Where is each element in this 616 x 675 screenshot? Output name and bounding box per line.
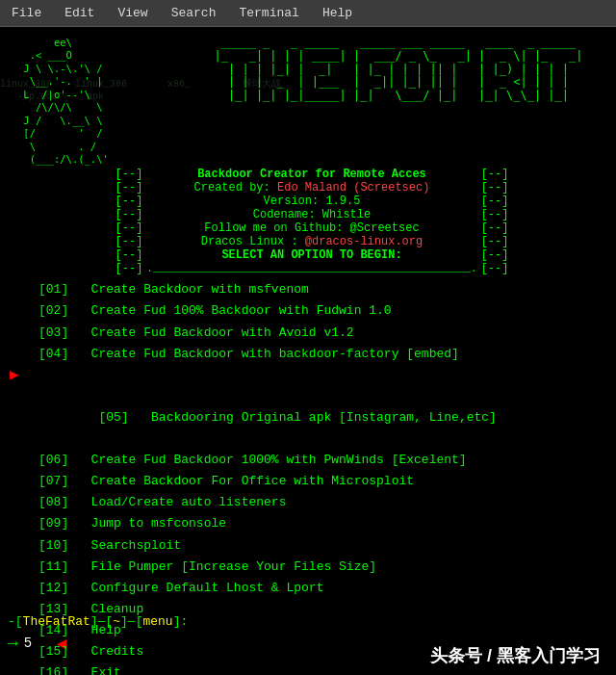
version-label: Version: bbox=[264, 195, 320, 208]
info-row-select: [--] SELECT AN OPTION TO BEGIN: [--] bbox=[116, 248, 509, 262]
info-row-title: [--] Backdoor Creator for Remote Acces [… bbox=[116, 168, 509, 181]
menu-terminal[interactable]: Terminal bbox=[235, 4, 302, 22]
menu-item-09[interactable]: [09] Jump to msfconsole bbox=[38, 513, 616, 534]
menu-edit[interactable]: Edit bbox=[61, 4, 98, 22]
codename-label: Codename: bbox=[253, 208, 316, 221]
created-by-value: Edo Maland (Screetsec) bbox=[277, 181, 429, 195]
dracos-label: Dracos Linux : bbox=[201, 235, 298, 248]
follow-label: Follow me on Github: bbox=[204, 221, 343, 235]
watermark-text: 头条号 / 黑客入门学习 bbox=[430, 646, 601, 665]
menu-search[interactable]: Search bbox=[167, 4, 220, 22]
banner-title: Backdoor Creator for Remote Acces bbox=[197, 168, 426, 181]
menu-item-04[interactable]: [04] Create Fud Backdoor with backdoor-f… bbox=[38, 344, 616, 365]
menu-item-05[interactable]: ▶ [05] Backdooring Original apk [Instagr… bbox=[38, 365, 616, 450]
menu-list: [01] Create Backdoor with msfvenom [02] … bbox=[0, 279, 616, 675]
dracos-value: @dracos-linux.org bbox=[305, 235, 423, 248]
info-row-separator: [--] .__________________________________… bbox=[116, 262, 509, 275]
terminal-content: ee\ .< ___O J \ \.-\.'\ / \__.'-. ' | L … bbox=[0, 27, 616, 675]
info-row-github: [--] Follow me on Github: @Screetsec [--… bbox=[116, 221, 509, 235]
version-value: 1.9.5 bbox=[325, 195, 360, 208]
follow-value: @Screetsec bbox=[350, 221, 420, 235]
menu-file[interactable]: File bbox=[8, 4, 45, 22]
menu-item-11[interactable]: [11] File Pumper [Increase Your Files Si… bbox=[38, 557, 616, 578]
menu-item-07[interactable]: [07] Create Backdoor For Office with Mic… bbox=[38, 471, 616, 492]
info-row-version: [--] Version: 1.9.5 [--] bbox=[116, 195, 509, 208]
menu-item-12[interactable]: [12] Configure Default Lhost & Lport bbox=[38, 578, 616, 599]
codename-value: Whistle bbox=[322, 208, 371, 221]
menu-item-06[interactable]: [06] Create Fud Backdoor 1000% with PwnW… bbox=[38, 450, 616, 471]
menu-item-08[interactable]: [08] Load/Create auto listeners bbox=[38, 492, 616, 513]
menu-item-01[interactable]: [01] Create Backdoor with msfvenom bbox=[38, 279, 616, 300]
menu-item-02[interactable]: [02] Create Fud 100% Backdoor with Fudwi… bbox=[38, 300, 616, 322]
ascii-art: ee\ .< ___O J \ \.-\.'\ / \__.'-. ' | L … bbox=[8, 37, 181, 166]
menu-view[interactable]: View bbox=[114, 4, 151, 22]
menu-item-13[interactable]: [13] Cleanup bbox=[38, 599, 616, 620]
watermark: 头条号 / 黑客入门学习 bbox=[430, 644, 601, 667]
menu-item-03[interactable]: [03] Create Fud Backdoor with Avoid v1.2 bbox=[38, 323, 616, 344]
menu-item-14[interactable]: [14] Help bbox=[38, 620, 616, 641]
info-row-codename: [--] Codename: Whistle [--] bbox=[116, 208, 509, 221]
created-by-label: Created by: bbox=[194, 181, 270, 195]
menu-help[interactable]: Help bbox=[319, 4, 356, 22]
menu-item-10[interactable]: [10] Searchsploit bbox=[38, 535, 616, 557]
info-row-dracos: [--] Dracos Linux : @dracos-linux.org [-… bbox=[116, 235, 509, 248]
menubar: File Edit View Search Terminal Help bbox=[0, 0, 616, 27]
select-option-text: SELECT AN OPTION TO BEGIN: bbox=[221, 248, 401, 262]
info-row-created: [--] Created by: Edo Maland (Screetsec) … bbox=[116, 181, 509, 195]
terminal: linux_386 linux_386 x86_ 球球大战 -sp.doc ap… bbox=[0, 27, 616, 675]
